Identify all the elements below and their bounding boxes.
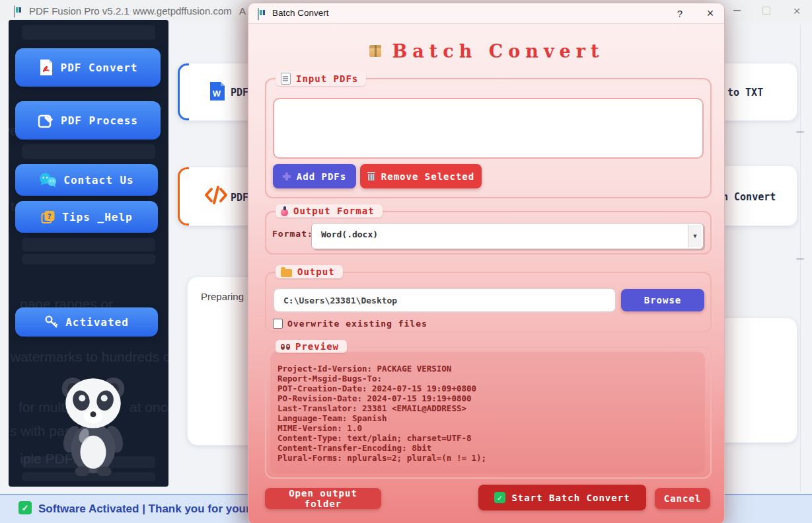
svg-text:?: ? <box>48 212 53 220</box>
code-icon <box>204 185 228 205</box>
maximize-icon <box>762 7 770 15</box>
browse-label: Browse <box>644 295 682 305</box>
dialog-app-icon <box>258 8 259 20</box>
pin-icon <box>281 206 288 216</box>
cancel-label: Cancel <box>664 493 702 504</box>
remove-selected-label: Remove Selected <box>381 171 474 182</box>
scrollbar-mark <box>796 131 804 133</box>
preview-group: Preview Project-Id-Version: PACKAGE VERS… <box>265 346 712 479</box>
minimize-button[interactable] <box>722 0 751 21</box>
sidebar-ghost-bar <box>22 25 155 40</box>
open-output-folder-button[interactable]: Open output folder <box>265 488 381 509</box>
folder-icon <box>281 269 292 277</box>
group-label-text: Input PDFs <box>296 73 358 84</box>
panda-mascot-image <box>47 364 139 476</box>
group-label-text: Output <box>297 266 335 277</box>
svg-text:W: W <box>213 89 221 99</box>
sidebar-item-contact-us[interactable]: Contact Us <box>15 164 158 196</box>
dialog-titlebar[interactable]: Batch Convert ? × <box>248 3 724 24</box>
format-dropdown[interactable]: Word(.docx) ▼ <box>311 223 704 249</box>
browse-button[interactable]: Browse <box>621 289 704 311</box>
card-accent <box>178 167 189 225</box>
card-label: h Convert <box>722 191 776 203</box>
card-accent <box>178 63 189 120</box>
dialog-heading: Batch Convert <box>392 41 605 61</box>
remove-selected-button[interactable]: Remove Selected <box>360 164 482 188</box>
preview-line: Content-Type: text/plain; charset=UTF-8 <box>277 433 472 443</box>
sidebar-item-tips-help[interactable]: ? Tips _Help <box>15 201 158 233</box>
menu-fragment: A <box>239 5 246 17</box>
output-format-group: Output Format Format: Word(.docx) ▼ <box>265 211 712 255</box>
preview-line: Language-Team: Spanish <box>277 413 387 423</box>
sidebar-item-label: PDF Convert <box>61 61 138 74</box>
preparing-label: Preparing <box>201 291 244 302</box>
word-file-icon: W <box>209 81 226 102</box>
sidebar-ghost-bar <box>22 144 155 159</box>
dialog-title: Batch Convert <box>272 8 329 18</box>
preview-line: Report-Msgid-Bugs-To: <box>277 374 382 383</box>
sidebar-item-label: Activated <box>65 316 129 329</box>
input-pdfs-list[interactable] <box>273 98 704 159</box>
preview-line: Last-Translator: 23381 <EMAIL@ADDRESS> <box>277 403 466 413</box>
preview-line: POT-Creation-Date: 2024-07-15 19:09+0800 <box>277 383 476 393</box>
group-label-text: Preview <box>295 341 339 352</box>
sidebar-ghost-bar <box>22 254 155 264</box>
chevron-down-icon[interactable]: ▼ <box>688 225 702 247</box>
dialog-close-button[interactable]: × <box>700 5 720 21</box>
output-path-input[interactable] <box>273 288 616 313</box>
edit-pencil-icon <box>38 112 54 129</box>
close-icon: × <box>793 5 800 17</box>
preview-line: Plural-Forms: nplurals=2; plural=(n != 1… <box>277 453 486 463</box>
minimize-icon <box>733 10 741 11</box>
eyes-icon <box>281 344 290 350</box>
preview-line: Content-Transfer-Encoding: 8bit <box>277 443 431 453</box>
start-batch-convert-button[interactable]: ✓ Start Batch Convert <box>478 485 646 510</box>
preview-line: MIME-Version: 1.0 <box>277 423 362 433</box>
sidebar-ghost-bar <box>22 238 155 251</box>
help-question-icon: ? <box>40 210 55 225</box>
overwrite-checkbox-label: Overwrite existing files <box>287 319 427 329</box>
plus-icon <box>283 173 291 181</box>
preview-line: Project-Id-Version: PACKAGE VERSION <box>277 364 451 374</box>
dialog-help-button[interactable]: ? <box>670 5 690 21</box>
close-button[interactable]: × <box>782 0 811 21</box>
sidebar: werful batch processing s to other forma… <box>9 20 168 487</box>
input-pdfs-group: Input PDFs Add PDFs Remove Selected <box>265 78 712 198</box>
sidebar-item-label: Contact Us <box>63 174 133 186</box>
website-link[interactable]: www.getpdffusion.com <box>133 5 232 17</box>
package-icon <box>369 44 382 58</box>
scrollbar-mark <box>796 258 804 260</box>
output-group-label: Output <box>276 265 343 278</box>
batch-convert-dialog: Batch Convert ? × Batch Convert Input PD… <box>248 3 725 523</box>
window-title: PDF Fusion Pro v5.2.1 <box>29 5 129 17</box>
preview-line: PO-Revision-Date: 2024-07-15 19:19+0800 <box>277 393 472 403</box>
input-pdfs-group-label: Input PDFs <box>276 71 366 86</box>
card-label: to TXT <box>727 87 763 99</box>
sidebar-item-pdf-convert[interactable]: PDF Convert <box>15 48 161 87</box>
output-group: Output Browse Overwrite existing files <box>265 272 712 333</box>
sidebar-item-label: PDF Process <box>61 114 138 127</box>
maximize-button[interactable] <box>752 0 781 21</box>
app-root: PDF Fusion Pro v5.2.1 www.getpdffusion.c… <box>0 0 812 523</box>
card-label: PDF <box>231 87 248 99</box>
start-batch-convert-label: Start Batch Convert <box>511 493 630 503</box>
group-label-text: Output Format <box>293 206 375 216</box>
pdf-file-icon <box>38 58 54 77</box>
format-field-label: Format: <box>272 229 313 239</box>
check-icon: ✓ <box>494 492 505 503</box>
open-output-folder-label: Open output folder <box>269 488 377 509</box>
dialog-header: Batch Convert <box>248 36 724 65</box>
activated-check-icon: ✓ <box>18 501 32 514</box>
wechat-icon <box>39 173 57 188</box>
add-pdfs-button[interactable]: Add PDFs <box>273 164 356 188</box>
format-dropdown-value: Word(.docx) <box>321 229 378 239</box>
cancel-button[interactable]: Cancel <box>655 488 710 509</box>
sidebar-item-pdf-process[interactable]: PDF Process <box>15 101 161 140</box>
sidebar-item-activated[interactable]: Activated <box>15 307 158 337</box>
preview-panel: Project-Id-Version: PACKAGE VERSION Repo… <box>270 352 705 473</box>
add-pdfs-label: Add PDFs <box>297 171 346 182</box>
app-icon <box>14 5 15 18</box>
status-message: Software Activated | Thank you for your … <box>38 503 280 516</box>
card-label: PDF <box>231 192 248 204</box>
overwrite-checkbox[interactable] <box>273 319 283 329</box>
